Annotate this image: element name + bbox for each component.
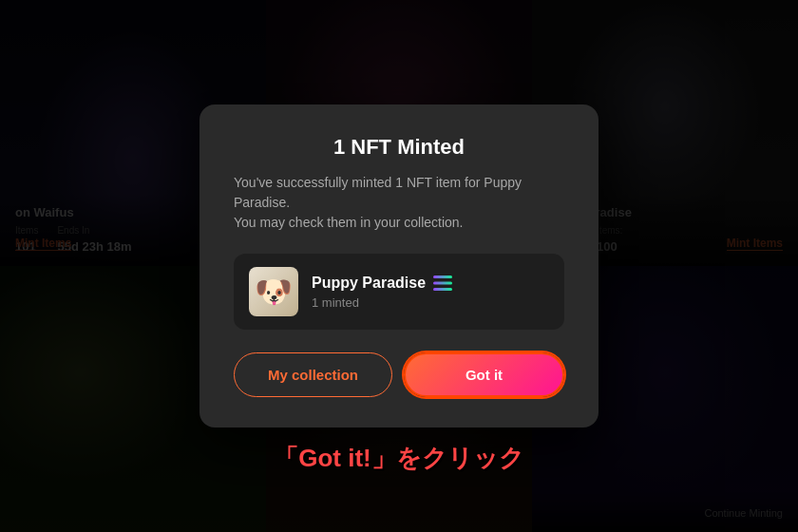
nft-item-image [249, 267, 298, 316]
svg-rect-0 [433, 276, 452, 278]
nft-item-name-text: Puppy Paradise [312, 275, 426, 292]
nft-item-minted-count: 1 minted [312, 295, 549, 310]
solana-icon [433, 276, 452, 291]
nft-minted-modal: 1 NFT Minted You've successfully minted … [200, 104, 598, 428]
my-collection-button[interactable]: My collection [234, 352, 392, 397]
modal-title: 1 NFT Minted [234, 135, 564, 160]
nft-item-name-row: Puppy Paradise [312, 275, 549, 292]
svg-rect-1 [433, 281, 452, 284]
nft-item-info: Puppy Paradise [312, 275, 549, 310]
instruction-caption: 「Got it!」をクリック [274, 442, 524, 475]
svg-rect-2 [433, 288, 452, 291]
nft-item-card: Puppy Paradise [234, 254, 564, 330]
modal-button-row: My collection Got it [234, 352, 564, 397]
modal-description: You've successfully minted 1 NFT item fo… [234, 173, 564, 233]
got-it-button[interactable]: Got it [404, 352, 564, 397]
